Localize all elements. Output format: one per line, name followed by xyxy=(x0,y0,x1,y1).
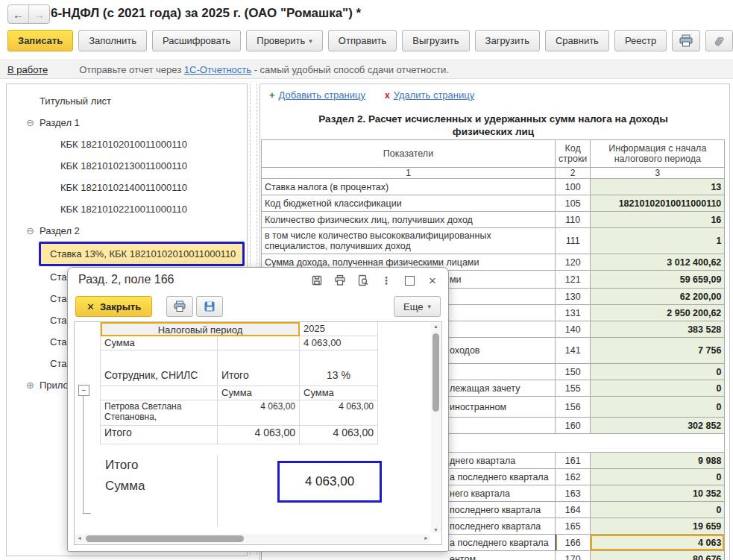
expand-icon[interactable]: ⊕ xyxy=(26,380,40,391)
totals-total-cell[interactable]: 4 063,00 xyxy=(218,426,300,444)
delete-page-link[interactable]: x Удалить страницу xyxy=(385,89,474,101)
row-value[interactable]: 383 528 xyxy=(591,321,725,338)
tree-item-rate13-selected[interactable]: Ставка 13%, КБК 18210102010011000110 xyxy=(39,242,245,266)
row-value[interactable]: 0 xyxy=(591,502,725,518)
tree-item-title-page[interactable]: Титульный лист xyxy=(7,90,247,112)
row-value[interactable]: 80 676 xyxy=(591,551,725,560)
register-button[interactable]: Реестр xyxy=(614,30,667,51)
preview-icon[interactable] xyxy=(356,274,370,287)
tree-item-kbk-1[interactable]: КБК 18210102010011000110 xyxy=(7,133,247,155)
row-value[interactable]: 0 xyxy=(591,469,725,485)
vertical-scrollbar[interactable]: ▲ ▼ xyxy=(431,323,441,533)
row-value[interactable]: 10 352 xyxy=(591,485,725,502)
row-value[interactable]: 7 756 xyxy=(591,338,725,364)
dialog-close-button[interactable]: ✕ Закрыть xyxy=(75,296,152,317)
dialog-titlebar[interactable]: Разд. 2, поле 166 ⋮ × xyxy=(68,268,448,293)
row-value[interactable]: 1 xyxy=(591,228,725,254)
total-col-header[interactable]: Итого xyxy=(218,368,300,386)
rate-col-header[interactable]: 13 % xyxy=(300,368,378,386)
collapse-icon[interactable]: ⊖ xyxy=(26,225,40,236)
tree-item-kbk-4[interactable]: КБК 18210102210011000110 xyxy=(7,198,247,220)
verify-button[interactable]: Проверить▾ xyxy=(246,30,323,51)
row-value[interactable]: 9 988 xyxy=(591,453,725,469)
period-header-cell[interactable]: Налоговый период xyxy=(101,322,300,336)
row-code: 162 xyxy=(556,469,591,485)
row-value[interactable]: 19 659 xyxy=(591,518,725,535)
back-button[interactable]: ← xyxy=(8,5,29,23)
employee-total-cell[interactable]: 4 063,00 xyxy=(218,400,300,426)
row-value[interactable]: 0 xyxy=(591,397,725,418)
horizontal-scroll-thumb[interactable] xyxy=(86,535,244,542)
print-icon[interactable] xyxy=(333,274,347,287)
tree-item-kbk-2[interactable]: КБК 18210102130011000110 xyxy=(7,155,247,177)
add-page-link[interactable]: + Добавить страницу xyxy=(269,89,365,101)
status-text-after: - самый удобный способ сдачи отчетности. xyxy=(254,64,449,75)
more-button[interactable]: Еще ▾ xyxy=(394,296,441,317)
rate-sub-header[interactable]: Сумма xyxy=(300,386,378,400)
row-label: Код бюджетной классификации xyxy=(262,195,556,212)
printer-icon xyxy=(173,301,186,312)
row-value[interactable]: 0 xyxy=(591,380,725,397)
table-row: Ставка налога (в процентах)10013 xyxy=(262,179,725,195)
export-button[interactable]: Выгрузить xyxy=(402,30,469,51)
row-value[interactable]: 2 950 200,62 xyxy=(591,305,725,321)
table-row: в том числе количество высококвалифициро… xyxy=(262,228,725,254)
scroll-down-icon[interactable]: ▼ xyxy=(431,527,441,532)
send-button[interactable]: Отправить xyxy=(328,30,397,51)
sum-value-cell[interactable]: 4 063,00 xyxy=(300,336,378,350)
sum-label-cell[interactable]: Сумма xyxy=(101,336,218,350)
1c-reporting-link[interactable]: 1С-Отчетность xyxy=(184,64,251,75)
collapse-group-button[interactable]: − xyxy=(78,385,89,396)
row-value[interactable]: 18210102010011000110 xyxy=(591,195,725,212)
menu-kebab-icon[interactable]: ⋮ xyxy=(380,274,393,287)
tree-item-section1[interactable]: ⊖Раздел 1 xyxy=(7,112,247,133)
import-button[interactable]: Загрузить xyxy=(475,30,540,51)
vertical-scroll-thumb[interactable] xyxy=(432,333,439,412)
collapse-icon[interactable]: ⊖ xyxy=(26,117,40,128)
row-value[interactable]: 13 xyxy=(591,179,725,195)
more-label: Еще xyxy=(403,301,423,312)
status-message: Отправьте отчет через 1С-Отчетность - са… xyxy=(79,64,449,75)
tree-item-section2[interactable]: ⊖Раздел 2 xyxy=(7,220,247,242)
status-state-link[interactable]: В работе xyxy=(7,64,48,75)
totals-rate-cell[interactable]: 4 063,00 xyxy=(300,426,378,444)
row-value[interactable]: 0 xyxy=(591,364,725,380)
row-value-selected[interactable]: 4 063 xyxy=(591,535,725,551)
scroll-left-icon[interactable]: ◄ xyxy=(77,535,82,541)
employee-col-header[interactable]: Сотрудник, СНИЛС xyxy=(101,368,218,386)
tree-item-kbk-3[interactable]: КБК 18210102140011000110 xyxy=(7,177,247,198)
empty-cell[interactable] xyxy=(218,336,300,350)
period-value-cell[interactable]: 2025 xyxy=(300,322,378,336)
employee-name-cell[interactable]: Петрова Светлана Степановна, xyxy=(101,400,218,426)
dialog-print-button[interactable] xyxy=(166,296,193,317)
maximize-icon[interactable] xyxy=(403,274,416,287)
fill-button[interactable]: Заполнить xyxy=(78,30,147,51)
row-value[interactable]: 3 012 400,62 xyxy=(591,254,725,271)
employee-rate-cell[interactable]: 4 063,00 xyxy=(300,400,378,426)
scroll-up-icon[interactable]: ▲ xyxy=(431,324,441,329)
table-numbering-row: 1 2 3 xyxy=(262,168,725,179)
forward-button[interactable]: → xyxy=(29,5,49,23)
save-button[interactable]: Записать xyxy=(7,30,73,51)
row-code: 111 xyxy=(556,228,591,254)
row-label: Количество физических лиц, получивших до… xyxy=(262,212,556,228)
row-code: 100 xyxy=(556,179,591,195)
totals-label-cell[interactable]: Итого xyxy=(101,426,218,444)
dialog-save-button[interactable] xyxy=(196,296,223,317)
decipher-button[interactable]: Расшифровать xyxy=(152,30,241,51)
row-value[interactable]: 16 xyxy=(591,212,725,228)
scroll-right-icon[interactable]: ► xyxy=(424,535,429,541)
print-button[interactable] xyxy=(672,30,699,51)
floppy-icon xyxy=(204,301,216,312)
row-value[interactable]: 59 659,09 xyxy=(591,271,725,289)
selected-total-value[interactable]: 4 063,00 xyxy=(277,461,382,503)
close-icon[interactable]: × xyxy=(426,274,439,287)
row-value[interactable]: 302 852 xyxy=(591,418,725,434)
save-icon[interactable] xyxy=(310,274,324,287)
compare-button[interactable]: Сравнить xyxy=(545,30,609,51)
row-value[interactable]: 62 200,00 xyxy=(591,289,725,305)
attach-button[interactable] xyxy=(705,30,733,51)
horizontal-scrollbar[interactable]: ◄ ► xyxy=(75,534,430,544)
total-sub-header[interactable]: Сумма xyxy=(218,386,300,400)
close-label: Закрыть xyxy=(100,301,141,312)
